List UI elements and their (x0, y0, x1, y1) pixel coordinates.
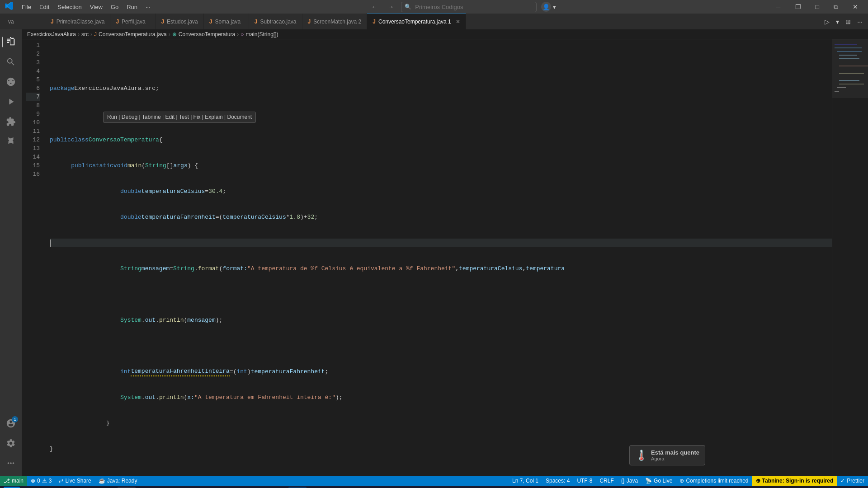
activitybar-bottom: 1 (2, 414, 20, 472)
ln-col-label: Ln 7, Col 1 (512, 478, 538, 484)
menu-selection[interactable]: Selection (54, 3, 85, 11)
run-menu-button[interactable]: ▾ (834, 17, 841, 26)
text-cursor (50, 239, 51, 247)
minimize-button[interactable]: ─ (771, 1, 786, 12)
menu-edit[interactable]: Edit (36, 3, 53, 11)
activity-debug[interactable] (2, 93, 20, 111)
java-ready[interactable]: ☕ Java: Ready (95, 476, 141, 486)
tab-label-screenmatch: ScreenMatch.java 2 (313, 19, 361, 25)
weather-text: Está mais quente (651, 449, 699, 456)
tab-label-primeira: PrimeiraClasse.java (57, 19, 105, 25)
breadcrumb-src[interactable]: src (81, 31, 89, 38)
line-ending-label: CRLF (599, 478, 613, 484)
close-button[interactable]: ✕ (847, 1, 863, 12)
breadcrumb-method[interactable]: main(String[]) (245, 31, 278, 38)
more-actions-button[interactable]: ··· (855, 17, 864, 26)
go-live[interactable]: 📡 Go Live (642, 476, 676, 486)
tab-icon-soma: J (209, 19, 212, 25)
spaces-label: Spaces: 4 (546, 478, 570, 484)
split-editor-button[interactable]: ⊞ (844, 17, 853, 26)
code-content[interactable]: Run | Debug | Tabnine | Edit | Test | Fi… (44, 39, 832, 476)
restore-button[interactable]: ❐ (790, 1, 807, 12)
tabnine-signin[interactable]: ⊕ Tabnine: Sign-in is required (752, 476, 837, 486)
error-count: 0 (37, 478, 40, 484)
code-hint[interactable]: Run | Debug | Tabnine | Edit | Test | Fi… (103, 112, 256, 123)
menu-run[interactable]: Run (123, 3, 141, 11)
tab-conversao[interactable]: J ConversaoTemperatura.java 1 ✕ (367, 14, 466, 29)
activity-extensions[interactable] (2, 113, 20, 131)
breadcrumb-sep-4: › (237, 31, 239, 38)
code-line-7 (50, 239, 832, 247)
breadcrumb-method-icon: ○ (241, 31, 244, 38)
breadcrumb-root[interactable]: ExerciciosJavaAlura (27, 31, 76, 38)
code-line-13: System.out.println(x:"A temperatura em F… (50, 393, 832, 402)
code-line-3: public class ConversaoTemperatura { (50, 136, 832, 144)
tab-label-soma: Soma.java (215, 19, 241, 25)
profile-menu[interactable]: 👤 ▾ (541, 2, 556, 12)
menu-go[interactable]: Go (107, 3, 122, 11)
tab-label-subtracao: Subtracao.java (260, 19, 296, 25)
titlebar: File Edit Selection View Go Run ··· ← → … (0, 0, 868, 14)
activity-explorer[interactable] (2, 33, 20, 51)
line-ending[interactable]: CRLF (596, 476, 617, 486)
tab-estudos[interactable]: J Estudos.java (156, 14, 203, 29)
weather-popup[interactable]: 🌡️ Está mais quente Agora (629, 445, 705, 465)
profile-icon: 👤 (541, 2, 551, 12)
breadcrumb-file[interactable]: J (94, 31, 97, 38)
breadcrumb-filename[interactable]: ConversaoTemperatura.java (99, 31, 167, 38)
activity-accounts[interactable]: 1 (2, 414, 20, 432)
activity-test[interactable] (2, 132, 20, 150)
tab-icon-conversao: J (373, 19, 376, 25)
titlebar-left: File Edit Selection View Go Run ··· (5, 1, 154, 13)
prettier[interactable]: ✓ Prettier (837, 476, 868, 486)
ln-col[interactable]: Ln 7, Col 1 (509, 476, 542, 486)
svg-rect-12 (832, 39, 868, 98)
code-editor[interactable]: 1 2 3 4 5 6 7 8 9 10 11 12 13 14 15 16 (22, 39, 868, 476)
tab-perfil[interactable]: J Perfil.java (110, 14, 156, 29)
menu-file[interactable]: File (18, 3, 35, 11)
spaces[interactable]: Spaces: 4 (542, 476, 573, 486)
menu-view[interactable]: View (86, 3, 106, 11)
tab-icon-primeira: J (51, 19, 54, 25)
breadcrumb-class-icon: ⊕ (172, 31, 177, 38)
run-button[interactable]: ▷ (823, 17, 831, 26)
go-live-label: Go Live (654, 478, 672, 484)
weather-time: Agora (651, 456, 699, 461)
activity-search[interactable] (2, 53, 20, 71)
liveshare-label: Live Share (65, 478, 91, 484)
tab-primeira[interactable]: J PrimeiraClasse.java (45, 14, 110, 29)
accounts-badge: 1 (12, 416, 18, 422)
prettier-label: Prettier (847, 478, 864, 484)
tab-soma[interactable]: J Soma.java (204, 14, 249, 29)
encoding-label: UTF-8 (577, 478, 592, 484)
warning-count: 3 (49, 478, 52, 484)
activity-git[interactable] (2, 73, 20, 91)
encoding[interactable]: UTF-8 (573, 476, 596, 486)
line-numbers: 1 2 3 4 5 6 7 8 9 10 11 12 13 14 15 16 (22, 39, 44, 476)
completions-limit[interactable]: ⊕ Completions limit reached (676, 476, 752, 486)
tab-icon-subtracao: J (255, 19, 258, 25)
nav-forward-button[interactable]: → (385, 2, 396, 11)
search-icon: 🔍 (405, 4, 411, 10)
antenna-icon: 📡 (645, 478, 652, 484)
tab-screenmatch[interactable]: J ScreenMatch.java 2 (302, 14, 368, 29)
menu-more[interactable]: ··· (142, 3, 154, 11)
tab-va[interactable]: va (0, 14, 45, 29)
tab-close-conversao[interactable]: ✕ (456, 19, 460, 25)
tabnine-label: Tabnine: Sign-in is required (762, 478, 834, 484)
liveshare-btn[interactable]: ⇄ Live Share (55, 476, 94, 486)
errors-warnings[interactable]: ⊗ 0 ⚠ 3 (27, 476, 55, 486)
tab-subtracao[interactable]: J Subtracao.java (249, 14, 302, 29)
activity-settings[interactable] (2, 434, 20, 452)
breadcrumb-class[interactable]: ConversaoTemperatura (179, 31, 235, 38)
language-mode[interactable]: {} Java (618, 476, 642, 486)
editor-area: ExerciciosJavaAlura › src › J ConversaoT… (22, 29, 868, 476)
maximize2-button[interactable]: ⧉ (828, 1, 844, 13)
maximize-button[interactable]: □ (810, 1, 825, 12)
search-input[interactable] (401, 2, 537, 12)
nav-back-button[interactable]: ← (368, 2, 380, 11)
git-branch[interactable]: ⎇ main (0, 476, 27, 486)
statusbar-right: Ln 7, Col 1 Spaces: 4 UTF-8 CRLF {} Java… (509, 476, 868, 486)
code-line-11 (50, 342, 832, 350)
activity-more[interactable] (2, 454, 20, 472)
